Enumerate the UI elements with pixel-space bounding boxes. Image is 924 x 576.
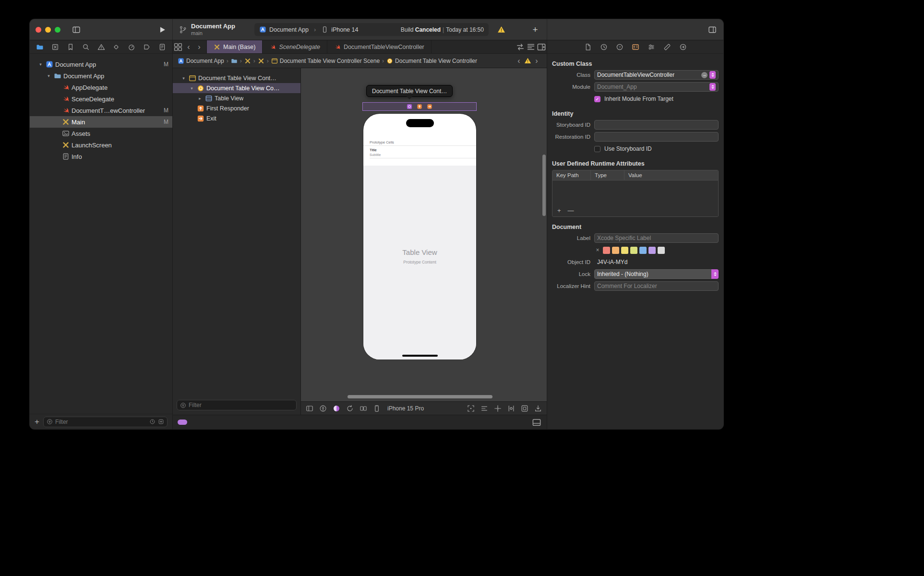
navigator-item-scenedelegate[interactable]: SceneDelegate <box>30 93 172 105</box>
bookmark-navigator-icon[interactable] <box>67 43 74 51</box>
navigator-item-launchscreen[interactable]: LaunchScreen <box>30 139 172 151</box>
attributes-table-body[interactable] <box>552 180 718 206</box>
breakpoint-pill[interactable] <box>178 420 187 425</box>
outline-item-document-table-view-co[interactable]: ▾ Document Table View Co… <box>173 83 300 93</box>
navigator-filter-field[interactable] <box>43 417 168 427</box>
storyboard-canvas[interactable]: Document Table View Cont… Prototype Cell… <box>301 68 547 415</box>
editor-tab-documenttableviewcontroller[interactable]: DocumentTableViewController <box>327 40 432 53</box>
editor-pane-icon[interactable] <box>306 405 313 412</box>
pin-constraints-icon[interactable] <box>494 405 502 412</box>
issue-navigator-icon[interactable] <box>97 43 105 51</box>
inherit-module-checkbox[interactable] <box>594 96 600 102</box>
navigator-item-main[interactable]: Main M <box>30 116 172 128</box>
recent-files-icon[interactable] <box>149 419 156 425</box>
toggle-inspector-icon[interactable] <box>708 25 717 34</box>
navigator-item-document-app[interactable]: ▾ Document App M <box>30 59 172 70</box>
dock-vc-icon[interactable] <box>407 104 412 109</box>
forward-button[interactable]: › <box>194 42 204 52</box>
add-attribute-button[interactable]: + <box>557 207 561 214</box>
find-navigator-icon[interactable] <box>82 43 90 51</box>
remove-attribute-button[interactable]: — <box>568 207 574 214</box>
toggle-debug-area-icon[interactable] <box>531 418 542 427</box>
align-icon[interactable] <box>480 405 488 412</box>
quick-help-inspector-icon[interactable]: ? <box>616 43 624 51</box>
toggle-navigator-icon[interactable] <box>72 25 81 34</box>
iphone-preview[interactable]: Prototype Cells Title Subtitle Table Vie… <box>363 114 476 360</box>
resolve-autolayout-icon[interactable] <box>507 405 515 412</box>
window-adjust-icon[interactable] <box>360 405 367 412</box>
outline-item-document-table-view-cont[interactable]: ▾ Document Table View Cont… <box>173 73 300 83</box>
preview-device-name[interactable]: iPhone 15 Pro <box>387 405 424 412</box>
document-label-field[interactable]: Xcode Specific Label <box>594 233 719 243</box>
accessibility-icon[interactable] <box>319 405 327 412</box>
embed-icon[interactable] <box>521 405 528 412</box>
storyboard-id-field[interactable] <box>594 120 719 130</box>
issue-warning-icon[interactable] <box>524 57 531 64</box>
debug-navigator-icon[interactable] <box>128 43 135 51</box>
label-color-swatch-6[interactable] <box>658 247 665 254</box>
project-navigator-icon[interactable] <box>36 43 44 51</box>
editor-options-icon[interactable] <box>526 42 536 52</box>
disclosure-down-icon[interactable]: ▾ <box>37 62 44 67</box>
connections-inspector-icon[interactable] <box>679 43 687 51</box>
jump-bar-item-document-table-view-controller[interactable]: Document Table View Controller <box>386 58 477 64</box>
jump-bar-item[interactable] <box>231 58 238 64</box>
restoration-id-field[interactable] <box>594 132 719 142</box>
color-variants-icon[interactable] <box>333 405 340 412</box>
disclosure-down-icon[interactable]: ▾ <box>189 86 195 91</box>
outline-item-table-view[interactable]: ▸ Table View <box>173 93 300 103</box>
lock-popup-stepper[interactable] <box>711 269 719 279</box>
test-navigator-icon[interactable] <box>112 43 120 51</box>
table-view-body[interactable]: Table View Prototype Content <box>363 166 476 360</box>
next-issue-button[interactable]: › <box>531 56 542 66</box>
label-color-none[interactable]: × <box>594 247 601 253</box>
dock-responder-icon[interactable] <box>417 104 422 109</box>
run-destination[interactable]: iPhone 14 <box>331 26 358 33</box>
scheme-name[interactable]: Document App <box>269 26 309 33</box>
scene-dock[interactable] <box>362 102 477 111</box>
jump-bar-item-document-app[interactable]: Document App <box>178 58 224 64</box>
lock-popup[interactable]: Inherited - (Nothing) <box>594 269 719 279</box>
label-color-swatch-5[interactable] <box>648 247 656 254</box>
jump-bar-item[interactable] <box>244 58 251 64</box>
jump-bar-item[interactable] <box>258 58 264 64</box>
jump-bar-item-document-table-view-controller-scene[interactable]: Document Table View Controller Scene <box>271 58 380 64</box>
disclosure-down-icon[interactable]: ▾ <box>180 76 187 81</box>
source-control-navigator-icon[interactable] <box>51 43 59 51</box>
class-combo-stepper[interactable] <box>709 71 716 79</box>
breakpoint-navigator-icon[interactable] <box>143 43 151 51</box>
back-button[interactable]: ‹ <box>183 42 194 52</box>
navigator-item-documentt-ewcontroller[interactable]: DocumentT…ewController M <box>30 105 172 116</box>
class-field[interactable]: DocumentTableViewController → <box>594 70 719 80</box>
code-review-icon[interactable] <box>515 42 526 52</box>
disclosure-down-icon[interactable]: ▾ <box>46 73 52 78</box>
file-inspector-icon[interactable] <box>584 43 592 51</box>
navigator-item-info[interactable]: Info <box>30 151 172 162</box>
close-window-button[interactable] <box>36 27 41 33</box>
outline-item-exit[interactable]: Exit <box>173 113 300 123</box>
use-storyboard-id-checkbox[interactable] <box>594 146 600 152</box>
runtime-attributes-table[interactable]: Key PathTypeValue + — <box>552 170 719 217</box>
orientation-icon[interactable] <box>346 405 354 412</box>
attributes-inspector-icon[interactable] <box>648 43 655 51</box>
warning-icon[interactable] <box>497 25 505 34</box>
navigator-item-assets[interactable]: Assets <box>30 128 172 139</box>
identity-inspector-icon[interactable] <box>632 43 639 51</box>
prototype-cell-subtitle[interactable]: Subtitle <box>370 153 381 156</box>
vertical-scrollbar[interactable] <box>542 155 546 216</box>
label-color-swatch-0[interactable] <box>603 247 610 254</box>
related-items-icon[interactable] <box>173 42 183 52</box>
device-bezel-icon[interactable] <box>373 405 381 412</box>
module-combo-stepper[interactable] <box>709 83 716 91</box>
size-inspector-icon[interactable] <box>663 43 671 51</box>
module-field[interactable]: Document_App <box>594 82 719 92</box>
outline-filter-input[interactable] <box>189 402 293 408</box>
zoom-selection-icon[interactable] <box>467 405 475 412</box>
label-color-swatch-3[interactable] <box>630 247 637 254</box>
zoom-window-button[interactable] <box>55 27 60 33</box>
update-frames-icon[interactable] <box>534 405 542 412</box>
navigator-filter-input[interactable] <box>55 419 147 425</box>
label-color-swatch-1[interactable] <box>612 247 619 254</box>
report-navigator-icon[interactable] <box>158 43 166 51</box>
navigator-item-appdelegate[interactable]: AppDelegate <box>30 82 172 93</box>
